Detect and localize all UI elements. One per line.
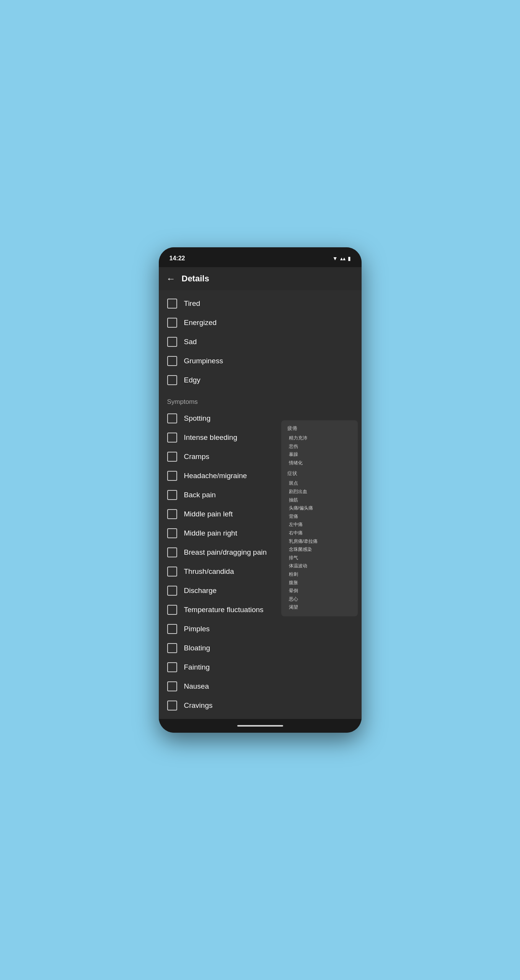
checkbox-spotting[interactable] bbox=[167, 413, 177, 423]
label-thrush: Thrush/candida bbox=[184, 567, 234, 576]
label-nausea: Nausea bbox=[184, 682, 209, 691]
checkbox-cramps[interactable] bbox=[167, 452, 177, 462]
list-item[interactable]: Fainting bbox=[159, 658, 362, 677]
tooltip-item: 排气 bbox=[287, 554, 352, 562]
checkbox-cravings[interactable] bbox=[167, 701, 177, 710]
list-item[interactable]: Bloating bbox=[159, 639, 362, 658]
status-icons: ▼ ▴▴ ▮ bbox=[333, 255, 351, 261]
phone-frame: 14:22 ▼ ▴▴ ▮ ← Details Tired Energized S… bbox=[159, 247, 362, 733]
label-middle-pain-left: Middle pain left bbox=[184, 510, 233, 518]
label-spotting: Spotting bbox=[184, 414, 211, 423]
wifi-icon: ▼ bbox=[333, 255, 338, 261]
tooltip-item: 悲伤 bbox=[287, 443, 352, 451]
checkbox-tired[interactable] bbox=[167, 299, 177, 309]
label-tired: Tired bbox=[184, 299, 201, 308]
label-cramps: Cramps bbox=[184, 452, 210, 461]
label-headache: Headache/migraine bbox=[184, 472, 247, 480]
checkbox-sad[interactable] bbox=[167, 337, 177, 347]
label-fainting: Fainting bbox=[184, 663, 210, 671]
checkbox-back-pain[interactable] bbox=[167, 490, 177, 500]
checkbox-pimples[interactable] bbox=[167, 624, 177, 634]
content-area: Tired Energized Sad Grumpiness Edgy Symp… bbox=[159, 290, 362, 719]
checkbox-temp-fluctuations[interactable] bbox=[167, 605, 177, 615]
checkbox-breast-pain[interactable] bbox=[167, 547, 177, 557]
tooltip-item: 斑点 bbox=[287, 479, 352, 488]
list-item[interactable]: Pimples bbox=[159, 619, 362, 639]
symptoms-section-label: Symptoms bbox=[159, 393, 362, 409]
checkbox-thrush[interactable] bbox=[167, 567, 177, 577]
tooltip-item: 左中痛 bbox=[287, 521, 352, 529]
label-energized: Energized bbox=[184, 318, 217, 327]
status-time: 14:22 bbox=[170, 255, 185, 262]
tooltip-item: 渴望 bbox=[287, 603, 352, 612]
tooltip-item: 念珠菌感染 bbox=[287, 546, 352, 554]
page-title: Details bbox=[182, 274, 209, 284]
checkbox-middle-pain-right[interactable] bbox=[167, 528, 177, 538]
tooltip-item: 情绪化 bbox=[287, 459, 352, 467]
tooltip-item: 体温波动 bbox=[287, 562, 352, 570]
tooltip-item: 背痛 bbox=[287, 513, 352, 521]
label-edgy: Edgy bbox=[184, 376, 201, 384]
label-cravings: Cravings bbox=[184, 701, 213, 710]
tooltip-panel: 疲倦 精力充沛 悲伤 暴躁 情绪化 症状 斑点 剧烈出血 抽筋 头痛/偏头痛 背… bbox=[281, 420, 358, 616]
list-item[interactable]: Nausea bbox=[159, 677, 362, 696]
checkbox-bloating[interactable] bbox=[167, 643, 177, 653]
back-button[interactable]: ← bbox=[166, 273, 176, 284]
label-pimples: Pimples bbox=[184, 625, 210, 633]
battery-icon: ▮ bbox=[348, 255, 351, 261]
checkbox-grumpiness[interactable] bbox=[167, 356, 177, 366]
label-grumpiness: Grumpiness bbox=[184, 357, 223, 365]
checkbox-discharge[interactable] bbox=[167, 586, 177, 596]
tooltip-section2-label: 症状 bbox=[287, 470, 352, 477]
checkbox-edgy[interactable] bbox=[167, 375, 177, 385]
tooltip-item: 晕倒 bbox=[287, 587, 352, 595]
checkbox-nausea[interactable] bbox=[167, 681, 177, 691]
tooltip-item: 精力充沛 bbox=[287, 434, 352, 443]
label-sad: Sad bbox=[184, 338, 197, 346]
tooltip-item: 乳房痛/牵拉痛 bbox=[287, 537, 352, 546]
label-bloating: Bloating bbox=[184, 644, 210, 652]
list-item[interactable]: Sad bbox=[159, 332, 362, 351]
tooltip-item: 恶心 bbox=[287, 595, 352, 604]
list-item[interactable]: Edgy bbox=[159, 371, 362, 390]
label-discharge: Discharge bbox=[184, 586, 217, 595]
checkbox-energized[interactable] bbox=[167, 318, 177, 328]
tooltip-item: 暴躁 bbox=[287, 451, 352, 459]
label-intense-bleeding: Intense bleeding bbox=[184, 433, 237, 442]
checkbox-fainting[interactable] bbox=[167, 662, 177, 672]
status-bar: 14:22 ▼ ▴▴ ▮ bbox=[159, 247, 362, 267]
tooltip-item: 抽筋 bbox=[287, 496, 352, 505]
bottom-bar bbox=[159, 719, 362, 733]
home-indicator bbox=[237, 725, 283, 727]
label-breast-pain: Breast pain/dragging pain bbox=[184, 548, 267, 557]
label-back-pain: Back pain bbox=[184, 491, 216, 499]
label-temp-fluctuations: Temperature fluctuations bbox=[184, 606, 264, 614]
checkbox-intense-bleeding[interactable] bbox=[167, 433, 177, 443]
tooltip-section1-label: 疲倦 bbox=[287, 425, 352, 432]
signal-icon: ▴▴ bbox=[340, 255, 346, 261]
tooltip-item: 剧烈出血 bbox=[287, 488, 352, 496]
list-item[interactable]: Cravings bbox=[159, 696, 362, 715]
label-middle-pain-right: Middle pain right bbox=[184, 529, 237, 537]
tooltip-item: 粉刺 bbox=[287, 570, 352, 579]
tooltip-item: 右中痛 bbox=[287, 529, 352, 537]
tooltip-item: 腹胀 bbox=[287, 579, 352, 587]
tooltip-item: 头痛/偏头痛 bbox=[287, 504, 352, 513]
checkbox-headache[interactable] bbox=[167, 471, 177, 481]
list-item[interactable]: Energized bbox=[159, 313, 362, 332]
header: ← Details bbox=[159, 267, 362, 290]
list-item[interactable]: Grumpiness bbox=[159, 351, 362, 371]
list-item[interactable]: Tired bbox=[159, 294, 362, 313]
checkbox-middle-pain-left[interactable] bbox=[167, 509, 177, 519]
